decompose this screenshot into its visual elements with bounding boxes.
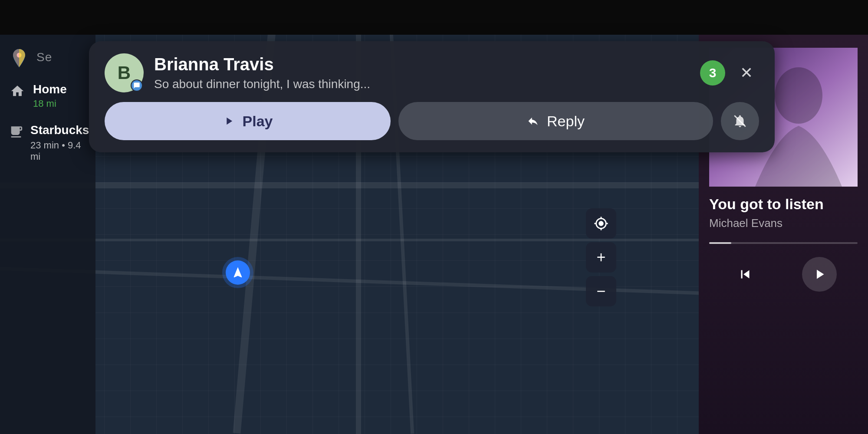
music-title: You got to listen <box>709 195 858 213</box>
notification-card: B Brianna Travis So about dinner tonight… <box>89 41 775 152</box>
reply-label: Reply <box>547 113 585 130</box>
zoom-in-button[interactable]: + <box>586 242 616 273</box>
locate-me-button[interactable] <box>586 208 616 239</box>
home-subtitle: 18 mi <box>33 98 67 109</box>
card-text: Brianna Travis So about dinner tonight, … <box>154 55 690 91</box>
progress-fill <box>709 242 731 244</box>
zoom-out-label: − <box>596 282 605 300</box>
zoom-in-label: + <box>596 248 605 266</box>
starbucks-item-text: Starbucks 23 min • 9.4 mi <box>30 123 89 162</box>
home-icon <box>9 82 26 100</box>
message-preview: So about dinner tonight, I was thinking.… <box>154 77 690 91</box>
svg-point-3 <box>775 67 822 124</box>
play-button[interactable]: Play <box>105 102 391 140</box>
starbucks-detail: 23 min • 9.4 mi <box>30 140 89 162</box>
sidebar-item-home[interactable]: Home 18 mi <box>0 76 95 116</box>
sidebar-item-starbucks[interactable]: Starbucks 23 min • 9.4 mi <box>0 116 95 169</box>
card-top: B Brianna Travis So about dinner tonight… <box>105 53 759 92</box>
sidebar: Se Home 18 mi Starbucks 23 min • 9.4 mi <box>0 35 95 434</box>
card-buttons: Play Reply <box>105 102 759 140</box>
coffee-icon <box>9 123 23 141</box>
skip-back-button[interactable] <box>730 259 760 289</box>
sidebar-logo-row: Se <box>0 39 95 76</box>
card-actions-right: 3 ✕ <box>700 60 759 85</box>
music-info: You got to listen Michael Evans <box>709 195 858 230</box>
music-progress-bar[interactable] <box>709 242 858 244</box>
maps-logo-icon <box>9 47 30 68</box>
map-controls: + − <box>586 208 616 306</box>
mute-bell-icon <box>733 114 747 128</box>
sender-name: Brianna Travis <box>154 55 690 74</box>
play-icon <box>223 115 235 127</box>
close-notification-button[interactable]: ✕ <box>734 60 759 85</box>
reply-icon <box>527 115 539 127</box>
sidebar-search-text: Se <box>36 50 52 64</box>
starbucks-label: Starbucks <box>30 123 89 137</box>
unread-count-badge: 3 <box>700 60 725 85</box>
play-label: Play <box>243 113 273 130</box>
messages-badge-icon <box>131 79 143 92</box>
home-label: Home <box>33 82 67 96</box>
zoom-out-button[interactable]: − <box>586 276 616 306</box>
avatar-container: B <box>105 53 144 92</box>
music-artist: Michael Evans <box>709 217 858 230</box>
top-bar <box>0 0 868 35</box>
music-controls <box>709 257 858 292</box>
home-item-text: Home 18 mi <box>33 82 67 109</box>
music-play-button[interactable] <box>802 257 837 292</box>
reply-button[interactable]: Reply <box>398 102 713 140</box>
mute-button[interactable] <box>721 102 759 140</box>
current-location-dot <box>226 260 250 285</box>
